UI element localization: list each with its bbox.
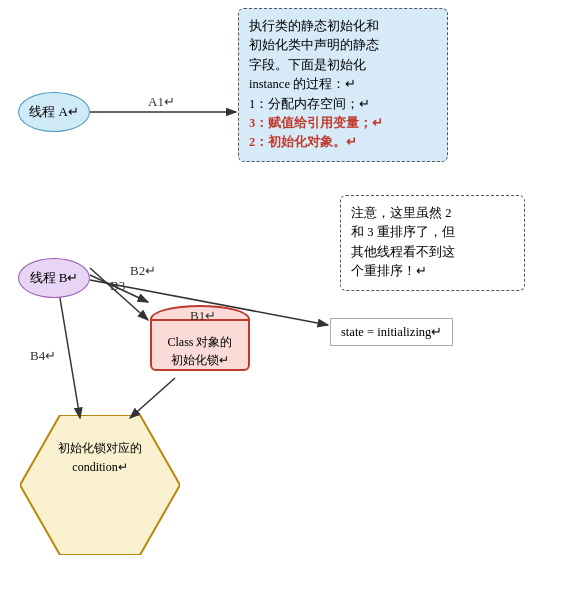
instance-word: instance xyxy=(249,77,290,91)
class-lock-cylinder: Class 对象的初始化锁↵ xyxy=(150,305,250,375)
svg-marker-0 xyxy=(20,415,180,555)
main-box-text: 执行类的静态初始化和 初始化类中声明的静态 字段。下面是初始化 instance… xyxy=(249,19,383,149)
thread-a-ellipse: 线程 A↵ xyxy=(18,92,90,132)
svg-line-6 xyxy=(60,298,80,418)
diagram: 执行类的静态初始化和 初始化类中声明的静态 字段。下面是初始化 instance… xyxy=(0,0,573,594)
main-description-box: 执行类的静态初始化和 初始化类中声明的静态 字段。下面是初始化 instance… xyxy=(238,8,448,162)
svg-line-3 xyxy=(90,268,148,320)
hexagon-svg xyxy=(20,415,180,555)
b4-label: B4↵ xyxy=(30,348,56,363)
step2-text: 2：初始化对象。↵ xyxy=(249,135,357,149)
state-text: state = initializing↵ xyxy=(341,325,442,339)
thread-b-ellipse: 线程 B↵ xyxy=(18,258,90,298)
hexagon-condition: 初始化锁对应的condition↵ xyxy=(20,415,180,555)
cylinder-label: Class 对象的初始化锁↵ xyxy=(150,333,250,369)
svg-line-7 xyxy=(130,378,175,418)
note-box: 注意，这里虽然 2 和 3 重排序了，但 其他线程看不到这 个重排序！↵ xyxy=(340,195,525,291)
b2-label: B2↵ xyxy=(130,263,156,278)
hexagon-label: 初始化锁对应的condition↵ xyxy=(20,439,180,476)
thread-a-label: 线程 A↵ xyxy=(29,103,79,121)
a1-label: A1↵ xyxy=(148,94,175,109)
thread-b-label: 线程 B↵ xyxy=(30,269,79,287)
svg-line-4 xyxy=(90,275,148,302)
note-text: 注意，这里虽然 2 和 3 重排序了，但 其他线程看不到这 个重排序！↵ xyxy=(351,206,455,278)
b3-label: B3 xyxy=(110,278,125,293)
step3-text: 3：赋值给引用变量；↵ xyxy=(249,116,383,130)
state-box: state = initializing↵ xyxy=(330,318,453,346)
